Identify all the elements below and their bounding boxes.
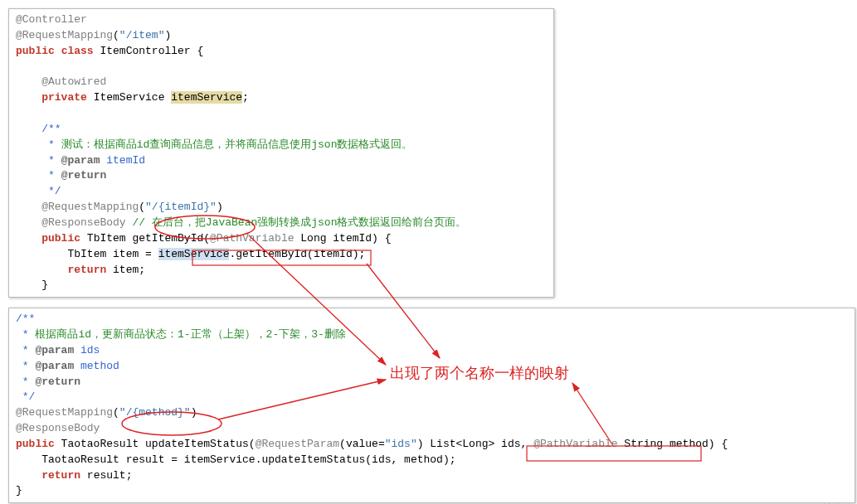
- anno-respbody2: @ResponseBody: [16, 422, 100, 434]
- cmt-close: */: [16, 390, 35, 403]
- kw-return: return: [67, 264, 106, 276]
- anno-autowired: @Autowired: [41, 75, 106, 88]
- cmt-open: /**: [16, 313, 35, 325]
- cmt-star: *: [41, 138, 61, 151]
- kw-public3: public: [16, 438, 55, 450]
- anno-controller: @Controller: [16, 13, 87, 26]
- doc-arg: itemId: [100, 154, 145, 167]
- kw-public: public: [16, 45, 55, 57]
- kw-private: private: [41, 91, 87, 104]
- cmt-close: */: [41, 185, 61, 197]
- reqparam-val: "ids": [385, 438, 417, 450]
- doc-return: @return: [35, 376, 80, 388]
- cmt-star: *: [16, 328, 35, 341]
- anno-pathvar: @PathVariable: [210, 232, 294, 245]
- anno-reqmap: @RequestMapping: [16, 29, 113, 41]
- stmt-part2: .getItemById(itemId);: [229, 248, 365, 260]
- cmt-star: *: [16, 360, 35, 372]
- anno-respbody: @ResponseBody: [41, 216, 125, 229]
- kw-class: class: [61, 45, 94, 57]
- anno-reqparam: @RequestParam: [256, 438, 339, 450]
- sig-part: TbItem getItemById(: [80, 232, 210, 245]
- stmt-body: TaotaoResult result = itemService.update…: [41, 453, 455, 466]
- ret-item: item;: [106, 264, 145, 276]
- cmt-body: 根据商品id，更新商品状态：1-正常（上架），2-下架，3-删除: [35, 328, 345, 341]
- ret-result: result;: [80, 469, 132, 482]
- cmt-open: /**: [41, 123, 61, 135]
- code-content-top: @Controller @RequestMapping("/item") pub…: [16, 12, 547, 293]
- cmt-star: *: [16, 344, 35, 356]
- semi: ;: [242, 91, 249, 104]
- param-itemid: Long itemId: [294, 232, 372, 245]
- sig-mid: ) List<Long> ids,: [417, 438, 533, 450]
- sig-end: ) {: [708, 438, 728, 450]
- doc-param: @param: [35, 360, 74, 372]
- reqmap-path: "/item": [119, 29, 165, 41]
- doc-param: @param: [35, 344, 74, 356]
- anno-pathvar2: @PathVariable: [533, 438, 617, 450]
- sig-end: ) {: [372, 232, 391, 245]
- cmt-star: *: [41, 169, 61, 182]
- cmt-inline: // 在后台，把JavaBean强制转换成json格式数据返回给前台页面。: [126, 216, 467, 229]
- code-content-bottom: /** * 根据商品id，更新商品状态：1-正常（上架），2-下架，3-删除 *…: [16, 312, 848, 499]
- ref-itemservice: itemService: [158, 248, 230, 260]
- kw-public2: public: [41, 232, 80, 245]
- type: ItemService: [87, 91, 171, 104]
- field-itemservice: itemService: [171, 91, 242, 104]
- sig-part: TaotaoResult updateItemStatus(: [55, 438, 256, 450]
- mapping-method: "/{method}": [119, 406, 191, 419]
- classname: ItemController {: [94, 45, 204, 57]
- doc-arg: ids: [74, 344, 100, 356]
- cmt-star: *: [41, 154, 61, 167]
- doc-arg: method: [74, 360, 119, 372]
- paren: (value=: [339, 438, 385, 450]
- cmt-star: *: [16, 376, 35, 388]
- stmt-part: TbItem item =: [67, 248, 158, 260]
- cmt-body: 测试：根据商品id查询商品信息，并将商品信息使用json数据格式返回。: [61, 138, 413, 151]
- doc-param: @param: [61, 154, 100, 167]
- code-block-top: @Controller @RequestMapping("/item") pub…: [8, 8, 554, 298]
- brace: }: [16, 484, 22, 497]
- kw-return: return: [41, 469, 80, 482]
- mapping-itemid: "/{itemId}": [145, 201, 217, 213]
- doc-return: @return: [61, 169, 107, 182]
- brace: }: [41, 279, 48, 291]
- annotation-label: 出现了两个名称一样的映射: [390, 363, 569, 383]
- anno-reqmap3: @RequestMapping: [16, 406, 113, 419]
- anno-reqmap2: @RequestMapping: [41, 201, 139, 213]
- param-method: String method: [618, 438, 708, 450]
- code-block-bottom: /** * 根据商品id，更新商品状态：1-正常（上架），2-下架，3-删除 *…: [8, 308, 855, 503]
